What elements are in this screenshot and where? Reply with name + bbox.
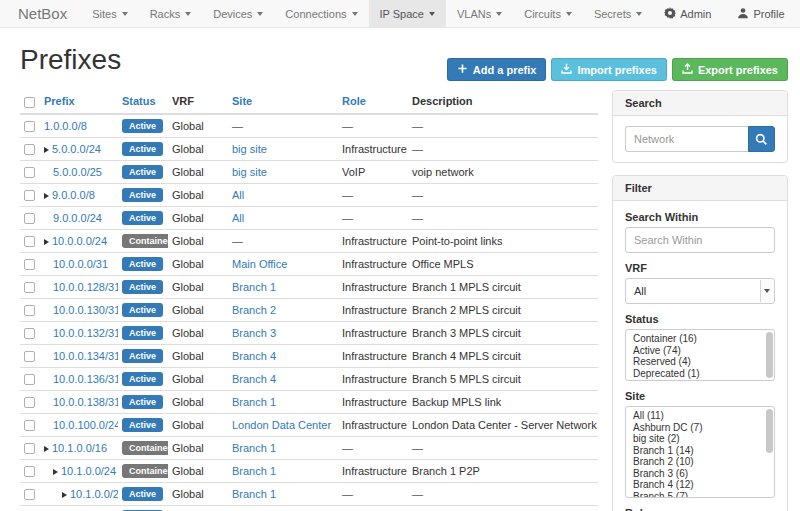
prefix-link[interactable]: 5.0.0.0/25 <box>53 166 102 178</box>
column-header-prefix[interactable]: Prefix <box>40 90 118 114</box>
site-listbox[interactable]: All (11)Ashburn DC (7)big site (2)Branch… <box>625 406 775 498</box>
prefix-link[interactable]: 10.1.0.0/25 <box>70 488 118 500</box>
status-option[interactable]: Reserved (4) <box>626 356 774 368</box>
site-option[interactable]: Branch 4 (12) <box>626 479 774 491</box>
site-option[interactable]: Branch 5 (7) <box>626 491 774 499</box>
site-link[interactable]: Branch 1 <box>232 281 276 293</box>
prefix-link[interactable]: 10.0.0.132/31 <box>53 327 118 339</box>
add-a-prefix-button[interactable]: Add a prefix <box>447 58 547 81</box>
site-link[interactable]: big site <box>232 166 267 178</box>
site-link[interactable]: Branch 1 <box>232 488 276 500</box>
status-option[interactable]: Container (16) <box>626 333 774 345</box>
site-link[interactable]: Branch 2 <box>232 304 276 316</box>
nav-item-ip-space[interactable]: IP Space <box>369 0 446 27</box>
select-all-checkbox[interactable] <box>24 97 35 108</box>
column-header-role[interactable]: Role <box>338 90 408 114</box>
site-option[interactable]: Branch 3 (6) <box>626 468 774 480</box>
search-button[interactable] <box>748 126 775 152</box>
search-within-input[interactable] <box>625 227 775 253</box>
site-link[interactable]: Branch 1 <box>232 442 276 454</box>
vrf-text: Global <box>172 350 204 362</box>
chevron-down-icon <box>429 12 435 16</box>
site-link[interactable]: big site <box>232 143 267 155</box>
row-checkbox[interactable] <box>24 374 35 385</box>
site-options: All (11)Ashburn DC (7)big site (2)Branch… <box>626 410 774 498</box>
vrf-select[interactable]: All <box>625 278 775 304</box>
prefix-link[interactable]: 10.0.0.134/31 <box>53 350 118 362</box>
row-checkbox[interactable] <box>24 259 35 270</box>
nav-item-secrets[interactable]: Secrets <box>583 0 653 27</box>
site-link[interactable]: Branch 3 <box>232 327 276 339</box>
export-prefixes-button[interactable]: Export prefixes <box>672 58 788 81</box>
prefix-link[interactable]: 5.0.0.0/24 <box>52 143 101 155</box>
status-option[interactable]: Active (74) <box>626 345 774 357</box>
site-link[interactable]: Branch 4 <box>232 350 276 362</box>
row-checkbox[interactable] <box>24 397 35 408</box>
column-header-status[interactable]: Status <box>118 90 168 114</box>
site-option[interactable]: big site (2) <box>626 433 774 445</box>
site-link[interactable]: All <box>232 212 244 224</box>
prefix-link[interactable]: 10.0.0.0/24 <box>52 235 107 247</box>
prefix-link[interactable]: 10.0.0.136/31 <box>53 373 118 385</box>
vrf-text: Global <box>172 120 204 132</box>
prefix-link[interactable]: 10.0.0.130/31 <box>53 304 118 316</box>
row-checkbox[interactable] <box>24 443 35 454</box>
row-checkbox[interactable] <box>24 489 35 500</box>
prefix-link[interactable]: 10.0.100.0/24 <box>53 419 118 431</box>
row-checkbox[interactable] <box>24 351 35 362</box>
row-checkbox[interactable] <box>24 236 35 247</box>
prefix-link[interactable]: 10.1.0.0/16 <box>52 442 107 454</box>
row-checkbox[interactable] <box>24 167 35 178</box>
site-link[interactable]: All <box>232 189 244 201</box>
vrf-text: Global <box>172 281 204 293</box>
status-listbox[interactable]: Container (16)Active (74)Reserved (4)Dep… <box>625 329 775 381</box>
site-option[interactable]: Branch 2 (10) <box>626 456 774 468</box>
prefix-link[interactable]: 10.0.0.128/31 <box>53 281 118 293</box>
scrollbar-thumb[interactable] <box>766 409 773 453</box>
site-option[interactable]: All (11) <box>626 410 774 422</box>
button-label: Import prefixes <box>577 64 656 76</box>
site-link[interactable]: Branch 4 <box>232 373 276 385</box>
site-link[interactable]: Main Office <box>232 258 287 270</box>
row-checkbox[interactable] <box>24 305 35 316</box>
row-checkbox[interactable] <box>24 144 35 155</box>
site-link[interactable]: Branch 1 <box>232 396 276 408</box>
prefix-link[interactable]: 9.0.0.0/24 <box>53 212 102 224</box>
status-option[interactable]: Deprecated (1) <box>626 368 774 380</box>
vrf-text: Global <box>172 189 204 201</box>
status-badge: Active <box>122 119 163 133</box>
search-input[interactable] <box>625 126 748 152</box>
select-dropdown-strip[interactable] <box>760 280 773 302</box>
nav-item-vlans[interactable]: VLANs <box>446 0 513 27</box>
brand-logo[interactable]: NetBox <box>0 0 81 27</box>
row-checkbox[interactable] <box>24 282 35 293</box>
nav-item-racks[interactable]: Racks <box>139 0 203 27</box>
row-checkbox[interactable] <box>24 213 35 224</box>
prefix-link[interactable]: 1.0.0.0/8 <box>44 120 87 132</box>
row-checkbox[interactable] <box>24 121 35 132</box>
column-header-site[interactable]: Site <box>228 90 338 114</box>
nav-item-sites[interactable]: Sites <box>81 0 138 27</box>
site-link[interactable]: London Data Center <box>232 419 331 431</box>
scrollbar-thumb[interactable] <box>766 332 773 378</box>
nav-item-connections[interactable]: Connections <box>274 0 368 27</box>
nav-item-admin[interactable]: Admin <box>653 7 722 21</box>
prefix-link[interactable]: 10.0.0.0/31 <box>53 258 108 270</box>
row-checkbox[interactable] <box>24 328 35 339</box>
prefix-link[interactable]: 10.0.0.138/31 <box>53 396 118 408</box>
row-checkbox[interactable] <box>24 190 35 201</box>
prefix-link[interactable]: 10.1.0.0/24 <box>61 465 116 477</box>
nav-item-devices[interactable]: Devices <box>202 0 274 27</box>
nav-item-profile[interactable]: Profile <box>726 7 795 21</box>
site-link[interactable]: Branch 1 <box>232 465 276 477</box>
import-prefixes-button[interactable]: Import prefixes <box>551 58 666 81</box>
vrf-text: Global <box>172 419 204 431</box>
prefix-link[interactable]: 9.0.0.0/8 <box>52 189 95 201</box>
site-option[interactable]: Branch 1 (14) <box>626 445 774 457</box>
status-badge: Active <box>122 280 163 294</box>
role-text: Infrastructure <box>342 373 407 385</box>
row-checkbox[interactable] <box>24 466 35 477</box>
nav-item-circuits[interactable]: Circuits <box>513 0 583 27</box>
site-option[interactable]: Ashburn DC (7) <box>626 422 774 434</box>
row-checkbox[interactable] <box>24 420 35 431</box>
